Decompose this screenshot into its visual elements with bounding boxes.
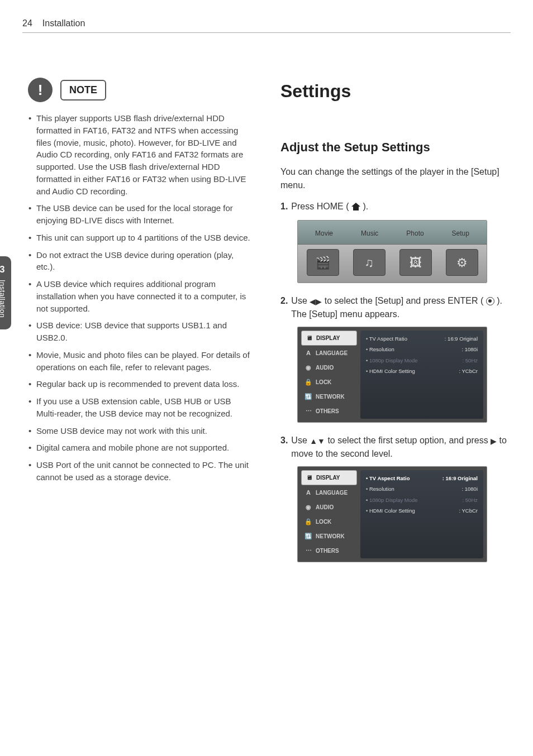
audio-icon: ◉ <box>304 364 312 372</box>
setup-tab-display: 🖥DISPLAY <box>301 331 357 346</box>
step-3: 3. Use ▲▼ to select the first setup opti… <box>280 434 511 461</box>
setup-menu-screenshot-1: 🖥DISPLAY ALANGUAGE ◉AUDIO 🔒LOCK 🔃NETWORK… <box>297 327 487 423</box>
setup-option-label: TV Aspect Ratio <box>366 475 410 482</box>
setup-option-row: 1080p Display Mode: 50Hz <box>366 357 478 365</box>
step1-pre: Press HOME ( <box>291 202 349 211</box>
step3-pre: Use <box>291 436 310 445</box>
setup-option-value: : 50Hz <box>463 496 478 504</box>
setup-option-row: HDMI Color Setting: YCbCr <box>366 507 478 515</box>
setup-option-value: : 16:9 Original <box>445 335 478 343</box>
note-item: USB Port of the unit cannot be connected… <box>36 459 253 484</box>
step2-pre: Use <box>291 296 310 305</box>
page-header: 24 Installation <box>22 17 511 33</box>
display-icon: 🖥 <box>305 474 313 482</box>
note-list: This player supports USB flash drive/ext… <box>22 112 253 484</box>
side-tab-text: Installation <box>0 280 8 318</box>
setup-option-row: Resolution: 1080i <box>366 485 478 493</box>
setup-option-row: Resolution: 1080i <box>366 346 478 353</box>
step-2: 2. Use ◀▶ to select the [Setup] and pres… <box>280 294 511 321</box>
side-tab: 3 Installation <box>0 256 11 329</box>
setup-option-label: TV Aspect Ratio <box>366 335 407 343</box>
setup-option-row: TV Aspect Ratio: 16:9 Original <box>366 475 478 482</box>
left-right-icon: ◀▶ <box>310 296 322 308</box>
setup-tile-icon: ⚙ <box>446 249 478 276</box>
setup-tab-network: 🔃NETWORK <box>301 529 357 543</box>
step-1: 1. Press HOME ( ). <box>280 200 511 214</box>
step-text: Press HOME ( ). <box>291 200 511 214</box>
note-item: Some USB device may not work with this u… <box>36 425 253 437</box>
setup-option-label: Resolution <box>366 485 394 493</box>
right-arrow-icon: ▶ <box>491 436 497 447</box>
note-item: USB device: USB device that supports USB… <box>36 319 253 344</box>
note-item: Regular back up is recommended to preven… <box>36 378 253 390</box>
setup-tab-language: ALANGUAGE <box>301 486 357 500</box>
setup-option-value: : 16:9 Original <box>442 475 478 482</box>
note-item: Movie, Music and photo files can be play… <box>36 349 253 374</box>
movie-tile-icon: 🎬 <box>307 249 339 276</box>
home-label: Photo <box>406 226 423 241</box>
setup-option-value: : YCbCr <box>459 367 478 375</box>
up-down-icon: ▲▼ <box>310 436 325 447</box>
setup-option-row: HDMI Color Setting: YCbCr <box>366 367 478 375</box>
note-item: If you use a USB extension cable, USB HU… <box>36 395 253 420</box>
setup-option-label: 1080p Display Mode <box>366 496 418 504</box>
setup-option-label: HDMI Color Setting <box>366 507 415 515</box>
home-icon <box>351 201 360 214</box>
note-item: Do not extract the USB device during ope… <box>36 249 253 274</box>
note-item: Digital camera and mobile phone are not … <box>36 442 253 454</box>
setup-tab-lock: 🔒LOCK <box>301 375 357 389</box>
enter-icon <box>486 297 494 305</box>
page-number: 24 <box>22 17 32 30</box>
side-tab-number: 3 <box>0 263 11 276</box>
step1-post: ). <box>363 202 368 211</box>
page-section: Installation <box>42 17 85 30</box>
setup-option-row: 1080p Display Mode: 50Hz <box>366 496 478 504</box>
setup-option-label: Resolution <box>366 346 394 353</box>
setup-tab-language: ALANGUAGE <box>301 346 357 360</box>
setup-sidebar: 🖥DISPLAY ALANGUAGE ◉AUDIO 🔒LOCK 🔃NETWORK… <box>301 331 357 419</box>
others-icon: ⋯ <box>304 408 312 415</box>
note-header: ! NOTE <box>28 78 253 102</box>
note-item: A USB device which requires additional p… <box>36 278 253 314</box>
setup-option-value: : 1080i <box>461 485 478 493</box>
note-label: NOTE <box>60 80 106 101</box>
step2-mid: to select the [Setup] and press ENTER ( <box>325 296 484 305</box>
setup-options: TV Aspect Ratio: 16:9 OriginalResolution… <box>360 331 483 419</box>
language-icon: A <box>304 489 312 497</box>
lock-icon: 🔒 <box>304 518 312 526</box>
network-icon: 🔃 <box>304 533 312 540</box>
step-number: 3. <box>280 434 288 461</box>
setup-tab-display: 🖥DISPLAY <box>301 470 357 485</box>
setup-option-label: HDMI Color Setting <box>366 367 415 375</box>
note-icon: ! <box>28 78 53 102</box>
setup-option-value: : 1080i <box>461 346 478 353</box>
step-number: 2. <box>280 294 288 321</box>
setup-tab-audio: ◉AUDIO <box>301 500 357 514</box>
setup-tab-lock: 🔒LOCK <box>301 515 357 529</box>
language-icon: A <box>304 350 312 357</box>
step-number: 1. <box>280 200 288 214</box>
others-icon: ⋯ <box>304 547 312 555</box>
note-item: This player supports USB flash drive/ext… <box>36 112 253 197</box>
lock-icon: 🔒 <box>304 379 312 386</box>
home-menu-screenshot: Movie Music Photo Setup 🎬 ♫ 🖼 ⚙ <box>297 220 487 283</box>
setup-option-row: TV Aspect Ratio: 16:9 Original <box>366 335 478 343</box>
music-tile-icon: ♫ <box>353 249 386 276</box>
home-label: Setup <box>452 226 469 241</box>
step-text: Use ▲▼ to select the first setup option,… <box>291 434 511 461</box>
setup-option-label: 1080p Display Mode <box>366 357 418 365</box>
setup-option-value: : YCbCr <box>459 507 478 515</box>
photo-tile-icon: 🖼 <box>399 249 432 276</box>
settings-title: Settings <box>280 78 511 104</box>
note-item: The USB device can be used for the local… <box>36 202 253 227</box>
home-label: Movie <box>315 226 333 241</box>
intro-text: You can change the settings of the playe… <box>280 165 511 192</box>
setup-option-value: : 50Hz <box>463 357 478 365</box>
setup-tab-others: ⋯OTHERS <box>301 544 357 558</box>
setup-sidebar: 🖥DISPLAY ALANGUAGE ◉AUDIO 🔒LOCK 🔃NETWORK… <box>301 470 357 558</box>
home-label: Music <box>361 226 378 241</box>
setup-menu-screenshot-2: 🖥DISPLAY ALANGUAGE ◉AUDIO 🔒LOCK 🔃NETWORK… <box>297 466 487 562</box>
step-text: Use ◀▶ to select the [Setup] and press E… <box>291 294 511 321</box>
audio-icon: ◉ <box>304 504 312 511</box>
setup-tab-network: 🔃NETWORK <box>301 390 357 404</box>
